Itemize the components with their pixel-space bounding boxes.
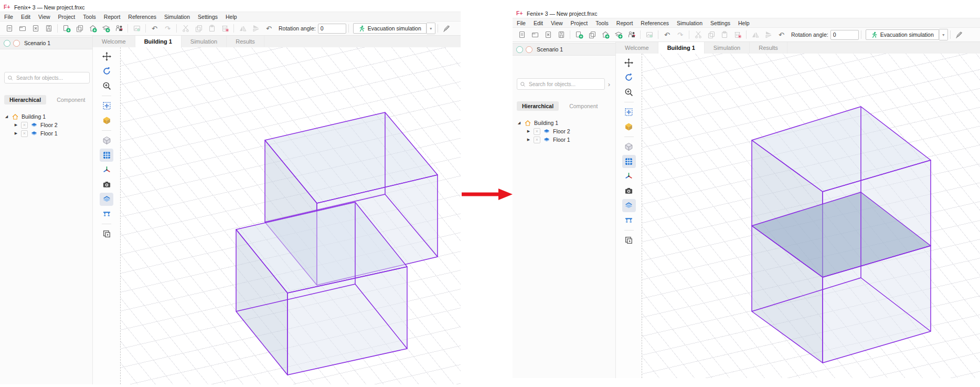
delete-icon[interactable]	[731, 29, 744, 40]
close-document-icon[interactable]	[29, 23, 42, 34]
export-image-icon[interactable]	[130, 23, 143, 34]
menu-help[interactable]: Help	[738, 20, 750, 26]
wireframe-cube-icon[interactable]	[622, 140, 636, 153]
floors-view-icon[interactable]	[100, 193, 113, 206]
tab-welcome[interactable]: Welcome	[93, 36, 135, 47]
mirror-horizontal-icon[interactable]	[749, 29, 762, 40]
orbit-tool-icon[interactable]	[100, 65, 113, 78]
visibility-checkbox[interactable]: ×	[21, 130, 28, 137]
evacuation-dropdown-button[interactable]: ▾	[939, 29, 948, 40]
menu-edit[interactable]: Edit	[534, 20, 543, 26]
rotate-icon[interactable]: ↶	[775, 29, 788, 40]
expander-collapsed-icon[interactable]: ▶	[14, 123, 18, 127]
tree-row-building[interactable]: ◢ Building 1	[0, 112, 92, 121]
tab-welcome[interactable]: Welcome	[616, 42, 658, 54]
menu-file[interactable]: File	[517, 20, 526, 26]
expander-collapsed-icon[interactable]: ▶	[526, 138, 531, 142]
menu-file[interactable]: File	[4, 14, 13, 20]
undo-icon[interactable]: ↶	[148, 23, 161, 34]
tab-component[interactable]: Component	[51, 95, 90, 104]
add-people-icon[interactable]	[112, 23, 125, 34]
new-document-icon[interactable]	[515, 29, 528, 40]
tree-row-floor1[interactable]: ▶ × Floor 1	[513, 135, 615, 144]
scenario-list-item[interactable]: Scenario 1	[513, 43, 615, 56]
delete-icon[interactable]	[218, 23, 231, 34]
search-input[interactable]	[528, 81, 602, 88]
menu-tools[interactable]: Tools	[595, 20, 609, 26]
undo-icon[interactable]: ↶	[661, 29, 674, 40]
snapshot-icon[interactable]	[100, 178, 113, 191]
floors-view-icon[interactable]	[622, 199, 636, 212]
measure-icon[interactable]	[100, 207, 113, 221]
menu-view[interactable]: View	[551, 20, 563, 26]
search-input[interactable]	[15, 75, 87, 81]
open-document-icon[interactable]	[16, 23, 29, 34]
cut-icon[interactable]	[179, 23, 192, 34]
mirror-horizontal-icon[interactable]	[236, 23, 249, 34]
paste-icon[interactable]	[718, 29, 731, 40]
mirror-vertical-icon[interactable]	[762, 29, 775, 40]
tab-simulation[interactable]: Simulation	[705, 42, 750, 54]
tree-row-building[interactable]: ◢ Building 1	[513, 119, 615, 127]
tab-hierarchical[interactable]: Hierarchical	[517, 101, 559, 111]
menu-tools[interactable]: Tools	[83, 14, 96, 20]
snapshot-icon[interactable]	[622, 184, 636, 197]
add-scenario-icon[interactable]	[60, 23, 73, 34]
zoom-fit-icon[interactable]	[622, 106, 636, 119]
view-3d-icon[interactable]	[622, 120, 636, 133]
evacuation-simulation-button[interactable]: Evacuation simulation	[353, 23, 427, 34]
tab-hierarchical[interactable]: Hierarchical	[4, 95, 46, 104]
add-building-icon[interactable]	[86, 23, 99, 34]
expander-collapsed-icon[interactable]: ▶	[526, 129, 531, 133]
visibility-checkbox[interactable]: ×	[21, 122, 28, 129]
add-floor-icon[interactable]	[612, 29, 625, 40]
search-expand-chevron[interactable]: ›	[607, 81, 611, 88]
visibility-checkbox[interactable]: ×	[534, 128, 540, 135]
menu-settings[interactable]: Settings	[710, 20, 730, 26]
tab-simulation[interactable]: Simulation	[182, 36, 227, 47]
tree-row-floor1[interactable]: ▶ × Floor 1	[0, 129, 92, 138]
expander-expanded-icon[interactable]: ◢	[4, 114, 9, 119]
zoom-tool-icon[interactable]	[622, 86, 636, 99]
menu-help[interactable]: Help	[226, 14, 237, 20]
edit-locked-icon[interactable]	[440, 23, 453, 34]
tab-building-1[interactable]: Building 1	[135, 36, 182, 47]
mirror-vertical-icon[interactable]	[249, 23, 262, 34]
menu-simulation[interactable]: Simulation	[677, 20, 702, 26]
menu-project[interactable]: Project	[58, 14, 76, 20]
grid-toggle-icon[interactable]	[100, 149, 113, 162]
close-document-icon[interactable]	[541, 29, 555, 40]
move-tool-icon[interactable]	[622, 56, 636, 69]
menu-edit[interactable]: Edit	[21, 14, 30, 20]
evacuation-dropdown-button[interactable]: ▾	[427, 23, 435, 34]
tab-component[interactable]: Component	[564, 101, 603, 111]
scenario-list-item[interactable]: Scenario 1	[0, 37, 92, 49]
save-document-icon[interactable]	[555, 29, 568, 40]
menu-settings[interactable]: Settings	[198, 14, 218, 20]
edit-locked-icon[interactable]	[953, 29, 966, 40]
panels-icon[interactable]	[622, 234, 636, 247]
grid-toggle-icon[interactable]	[622, 155, 636, 168]
tab-results[interactable]: Results	[750, 42, 787, 54]
zoom-fit-icon[interactable]	[100, 99, 113, 112]
canvas-3d-viewport[interactable]	[642, 54, 980, 378]
add-building-icon[interactable]	[599, 29, 612, 40]
rotation-angle-input[interactable]	[318, 24, 346, 34]
save-document-icon[interactable]	[42, 23, 55, 34]
view-3d-icon[interactable]	[100, 114, 113, 127]
copy-scenario-icon[interactable]	[73, 23, 86, 34]
tab-results[interactable]: Results	[227, 36, 264, 47]
measure-icon[interactable]	[622, 214, 636, 227]
copy-icon[interactable]	[192, 23, 205, 34]
export-image-icon[interactable]	[643, 29, 656, 40]
panels-icon[interactable]	[100, 227, 113, 240]
menu-references[interactable]: References	[128, 14, 156, 20]
redo-icon[interactable]: ↷	[674, 29, 687, 40]
expander-collapsed-icon[interactable]: ▶	[14, 131, 18, 135]
rotation-angle-input[interactable]	[830, 30, 859, 40]
move-tool-icon[interactable]	[100, 50, 113, 63]
zoom-tool-icon[interactable]	[100, 79, 113, 92]
expander-expanded-icon[interactable]: ◢	[517, 121, 521, 125]
axes-toggle-icon[interactable]	[100, 163, 113, 176]
tree-row-floor2[interactable]: ▶ × Floor 2	[0, 121, 92, 129]
